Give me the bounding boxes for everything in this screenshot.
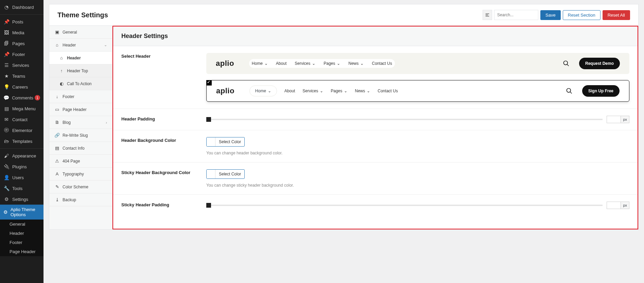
settings-content: Header Settings Select Header aplio: [112, 26, 638, 229]
side-rewrite[interactable]: 🔗Re-Write Slug: [49, 129, 112, 142]
padding-slider[interactable]: [206, 119, 603, 120]
expand-toggle-button[interactable]: [483, 10, 492, 20]
side-page-header[interactable]: ▭Page Header: [49, 103, 112, 116]
star-icon: ★: [3, 73, 10, 79]
menu-settings[interactable]: ⚙Settings: [0, 194, 43, 205]
header-bg-color-picker[interactable]: Select Color: [206, 137, 245, 147]
wp-admin-sidebar: ◔Dashboard 📌Posts 🖾Media 🗐Pages 📌Footer …: [0, 0, 43, 283]
submenu-page-header[interactable]: Page Header: [0, 247, 43, 256]
nav-contact: Contact Us: [378, 89, 398, 93]
sticky-bg-color-picker[interactable]: Select Color: [206, 169, 245, 179]
label-select-header: Select Header: [121, 53, 206, 102]
sticky-padding-value-box: px: [607, 202, 629, 209]
slider-handle[interactable]: [206, 117, 211, 122]
elementor-icon: ⓔ: [3, 127, 10, 133]
download-icon: ⤓: [54, 197, 60, 202]
submenu-header[interactable]: Header: [0, 229, 43, 238]
preview-logo: aplio: [216, 59, 234, 68]
pin-icon: 📌: [3, 19, 10, 25]
arrow-up-icon: ↑: [59, 68, 64, 73]
sticky-padding-slider[interactable]: [206, 205, 603, 206]
nav-news: News⌄: [355, 89, 370, 93]
menu-theme-options[interactable]: ⚙Aplio Theme Options: [0, 205, 43, 220]
header-option-2[interactable]: aplio Home⌄ About Services⌄ Pages⌄ News⌄…: [206, 80, 629, 102]
chevron-down-icon: ⌄: [104, 43, 107, 47]
settings-sidebar: ▣General ⌂Header ⌄ ⌂Header ↑Header Top ◐…: [49, 26, 112, 229]
side-typography[interactable]: ATypography: [49, 168, 112, 181]
side-call-to-action[interactable]: ◐Call To Action: [49, 77, 112, 90]
sliders-icon: ⚙: [3, 196, 10, 202]
cta-sign-up: Sign Up Free: [582, 85, 620, 97]
field-select-header: Select Header aplio Home⌄ About: [113, 46, 638, 109]
chevron-down-icon: ⌄: [337, 61, 340, 66]
comments-count-badge: 1: [35, 95, 40, 100]
menu-tools[interactable]: 🔧Tools: [0, 183, 43, 194]
doc-icon: 🗎: [54, 120, 60, 125]
section-title: Header Settings: [121, 33, 629, 40]
field-header-padding: Header Padding px: [113, 109, 638, 130]
label-header-padding: Header Padding: [121, 116, 206, 123]
side-color-scheme[interactable]: ✎Color Scheme: [49, 181, 112, 193]
menu-pages[interactable]: 🗐Pages: [0, 38, 43, 49]
slider-handle[interactable]: [206, 203, 211, 208]
nav-about: About: [284, 89, 295, 93]
header-subsection: ⌂Header ↑Header Top ◐Call To Action: [49, 52, 112, 90]
side-footer[interactable]: ↓Footer: [49, 90, 112, 103]
chevron-down-icon: ⌄: [320, 89, 323, 93]
menu-users[interactable]: 👤Users: [0, 172, 43, 183]
help-text: You can change sticky header background …: [206, 183, 629, 188]
bulb-icon: 💡: [3, 84, 10, 90]
menu-plugins[interactable]: 🔌Plugins: [0, 161, 43, 172]
preview-logo: aplio: [216, 87, 234, 95]
dashboard-icon: ◔: [3, 4, 10, 10]
user-icon: 👤: [3, 174, 10, 181]
menu-elementor[interactable]: ⓔElementor: [0, 125, 43, 136]
nav-services: Services⌄: [295, 61, 315, 66]
chevron-down-icon: ⌄: [264, 61, 268, 66]
nav-contact: Contact Us: [372, 61, 392, 66]
side-contact-info[interactable]: ▤Contact Info: [49, 142, 112, 155]
brush-icon: 🖌: [3, 153, 10, 159]
home-icon: ⌂: [54, 42, 60, 48]
side-header[interactable]: ⌂Header ⌄: [49, 39, 112, 52]
panel-body: ▣General ⌂Header ⌄ ⌂Header ↑Header Top ◐…: [49, 26, 638, 229]
save-button[interactable]: Save: [540, 10, 561, 20]
side-header-top[interactable]: ↑Header Top: [49, 64, 112, 77]
menu-services[interactable]: ☰Services: [0, 60, 43, 71]
nav-home: Home⌄: [249, 86, 277, 96]
settings-panel: Theme Settings Save Reset Section Reset …: [49, 4, 639, 230]
toggle-icon: ◐: [59, 81, 64, 86]
menu-appearance[interactable]: 🖌Appearance: [0, 150, 43, 161]
menu-dashboard[interactable]: ◔Dashboard: [0, 2, 43, 13]
label-sticky-bg: Sticky Header Background Color: [121, 169, 206, 188]
media-icon: 🖾: [3, 30, 10, 36]
nav-pages: Pages⌄: [331, 89, 347, 93]
sticky-padding-value-input[interactable]: [607, 202, 621, 209]
side-general[interactable]: ▣General: [49, 26, 112, 39]
plug-icon: 🔌: [3, 164, 10, 170]
home-icon: ⌂: [59, 55, 64, 60]
header-option-1[interactable]: aplio Home⌄ About Services⌄ Pages⌄ News⌄: [206, 53, 629, 74]
menu-templates[interactable]: 🗁Templates: [0, 136, 43, 147]
menu-contact[interactable]: ✉Contact: [0, 114, 43, 125]
menu-posts[interactable]: 📌Posts: [0, 16, 43, 27]
reset-section-button[interactable]: Reset Section: [563, 10, 601, 20]
menu-footer[interactable]: 📌Footer: [0, 49, 43, 60]
folder-icon: 🗁: [3, 138, 10, 144]
color-swatch: [207, 170, 215, 178]
padding-value-input[interactable]: [607, 116, 621, 123]
side-header-sub[interactable]: ⌂Header: [49, 52, 112, 64]
menu-teams[interactable]: ★Teams: [0, 71, 43, 81]
search-input[interactable]: [494, 10, 538, 20]
card-icon: ▭: [54, 107, 60, 112]
side-blog[interactable]: 🗎Blog ›: [49, 116, 112, 129]
side-404[interactable]: ⚠404 Page: [49, 155, 112, 168]
menu-media[interactable]: 🖾Media: [0, 27, 43, 38]
menu-careers[interactable]: 💡Careers: [0, 81, 43, 92]
menu-mega-menu[interactable]: ▤Mega Menu: [0, 103, 43, 114]
submenu-general[interactable]: General: [0, 220, 43, 229]
menu-comments[interactable]: 💬Comments1: [0, 92, 43, 103]
reset-all-button[interactable]: Reset All: [603, 10, 630, 20]
side-backup[interactable]: ⤓Backup: [49, 193, 112, 206]
submenu-footer[interactable]: Footer: [0, 238, 43, 247]
